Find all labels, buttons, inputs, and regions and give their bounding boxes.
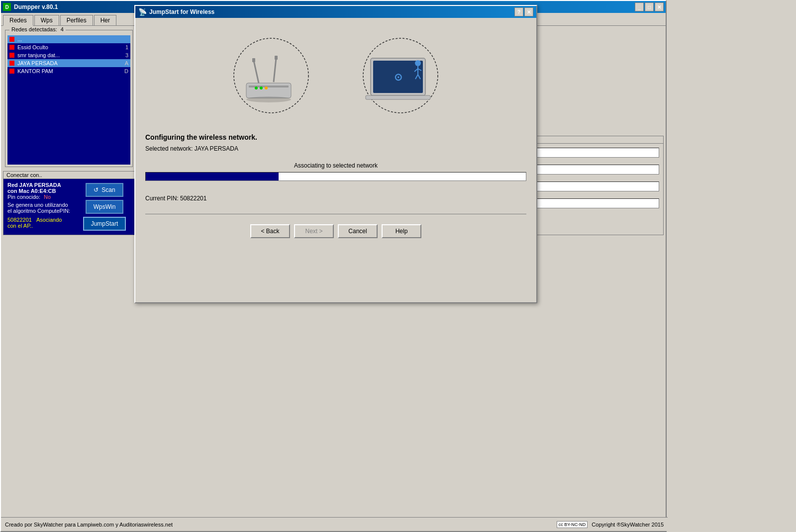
svg-rect-15 [366, 95, 430, 99]
dumpper-icon: D [3, 3, 11, 11]
next-button[interactable]: Next > [294, 224, 334, 238]
tab-her[interactable]: Her [94, 15, 116, 25]
connect-buttons-area: ↺ Scan WpsWin JumpStart [75, 179, 134, 235]
svg-point-7 [246, 96, 291, 102]
footer: Creado por SkyWatcher para Lampiweb.com … [1, 517, 668, 531]
network-status-dot [9, 61, 14, 66]
svg-point-10 [265, 87, 268, 89]
help-button[interactable]: Help [382, 224, 421, 238]
dialog-divider [145, 214, 526, 214]
progress-section: Associating to selected network [145, 162, 526, 181]
tab-redes[interactable]: Redes [3, 15, 33, 26]
network-status-dot [9, 53, 14, 58]
svg-point-16 [415, 60, 421, 66]
footer-text: Creado por SkyWatcher para Lampiweb.com … [5, 522, 173, 528]
list-item[interactable]: smr tanjung dat... 3 [7, 51, 130, 59]
dumpper-title: Dumpper v.80.1 [14, 3, 58, 10]
pin-status: No [44, 194, 51, 200]
wpspin-input[interactable] [533, 198, 659, 208]
copyright-text: Copyright ®SkyWatcher 2015 [592, 522, 664, 528]
jumpstart-dialog: 📡 JumpStart for Wireless ? ✕ [134, 5, 537, 303]
connect-title: Conectar con.. [3, 172, 134, 179]
left-column: Redes detectadas: 4 ... Essid Oculto [3, 28, 135, 235]
svg-point-8 [255, 87, 258, 89]
dialog-image-area: ⊙ [145, 26, 526, 125]
jumpstart-button[interactable]: JumpStart [83, 217, 126, 231]
essid-input[interactable] [533, 148, 659, 158]
dialog-close-button[interactable]: ✕ [524, 7, 533, 16]
network-list[interactable]: ... Essid Oculto 1 smr tanjung dat... 3 [7, 35, 130, 165]
connect-line3: Se genera uno utilizando el algoritmo Co… [7, 202, 71, 214]
progress-bar-fill [146, 173, 279, 180]
scan-icon: ↺ [94, 186, 99, 193]
svg-rect-4 [252, 58, 255, 62]
list-item[interactable]: Essid Oculto 1 [7, 43, 130, 51]
maximize-button[interactable]: □ [645, 2, 654, 11]
network-status-dot [9, 69, 14, 74]
laptop-svg: ⊙ [346, 31, 445, 120]
dialog-content: ⊙ Configuring the wireless network. Sele… [135, 18, 536, 302]
progress-bar-container [145, 172, 526, 181]
svg-text:⊙: ⊙ [394, 72, 402, 83]
bssid-input[interactable] [533, 165, 659, 175]
network-status-dot [9, 45, 14, 50]
dialog-buttons: < Back Next > Cancel Help [145, 224, 526, 238]
list-item[interactable]: KANTOR PAM D [7, 67, 130, 75]
dialog-selected-network: Selected network: JAYA PERSADA [145, 145, 526, 152]
connect-pin-status: 50822201 Asociando con el AP.. [7, 217, 71, 229]
redes-label: Redes detectadas: 4 [9, 26, 66, 32]
connect-line1: Red JAYA PERSADA con Mac A0:E4:CB [7, 182, 71, 194]
back-button[interactable]: < Back [250, 224, 290, 238]
pin-display: Current PIN: 50822201 [145, 195, 526, 202]
list-item[interactable]: ... [7, 35, 130, 43]
cancel-button[interactable]: Cancel [338, 224, 378, 238]
dialog-controls: ? ✕ [514, 7, 533, 16]
key-input[interactable] [533, 181, 659, 191]
tab-perfiles[interactable]: Perfiles [60, 15, 93, 25]
laptop-illustration: ⊙ [346, 31, 445, 120]
minimize-button[interactable]: _ [635, 2, 644, 11]
redes-group: Redes detectadas: 4 ... Essid Oculto [5, 30, 133, 167]
svg-rect-2 [249, 86, 289, 88]
tab-wps[interactable]: Wps [34, 15, 59, 25]
wpswin-button[interactable]: WpsWin [86, 200, 124, 214]
svg-line-5 [274, 58, 276, 82]
cc-badge: cc BY-NC-ND [557, 521, 588, 528]
dialog-help-button[interactable]: ? [514, 7, 523, 16]
footer-right: cc BY-NC-ND Copyright ®SkyWatcher 2015 [557, 521, 664, 528]
close-button[interactable]: ✕ [655, 2, 664, 11]
progress-label: Associating to selected network [145, 162, 526, 169]
connect-info: Red JAYA PERSADA con Mac A0:E4:CB Pin co… [3, 179, 75, 235]
dialog-titlebar: 📡 JumpStart for Wireless ? ✕ [135, 6, 536, 18]
dumpper-controls: _ □ ✕ [635, 2, 664, 11]
svg-line-3 [254, 61, 259, 83]
jumpstart-dialog-icon: 📡 [138, 8, 146, 16]
list-item[interactable]: JAYA PERSADA A [7, 59, 130, 67]
router-illustration [226, 31, 326, 120]
connect-line2: Pin conocido: No [7, 194, 71, 200]
connect-section: Conectar con.. Red JAYA PERSADA con Mac … [3, 171, 135, 235]
dialog-main-title: Configuring the wireless network. [145, 133, 526, 141]
svg-rect-6 [275, 56, 278, 60]
router-svg [226, 31, 326, 120]
scan-button[interactable]: ↺ Scan [86, 183, 123, 197]
svg-point-9 [260, 87, 263, 89]
network-status-dot [9, 37, 14, 42]
svg-rect-1 [246, 83, 291, 98]
connect-body: Red JAYA PERSADA con Mac A0:E4:CB Pin co… [3, 179, 134, 235]
dialog-title: JumpStart for Wireless [149, 8, 214, 15]
